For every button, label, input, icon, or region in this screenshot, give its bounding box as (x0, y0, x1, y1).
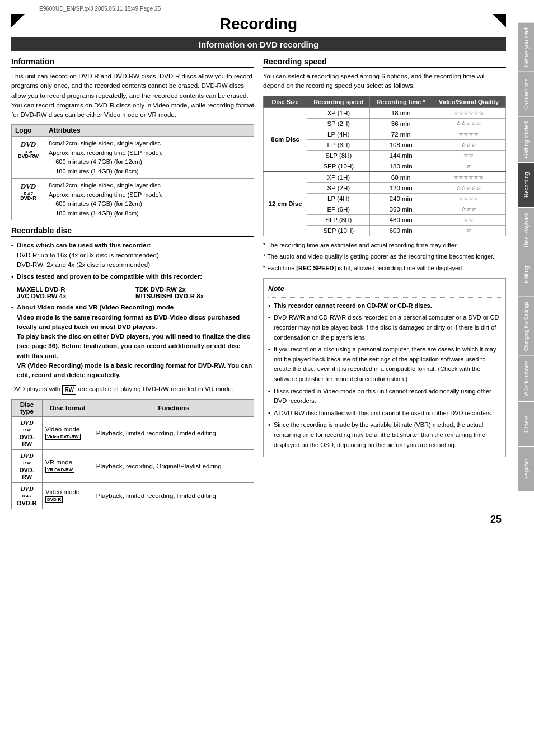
quality-ep-12cm: ☆☆☆ (432, 204, 505, 214)
disc-row-functions-2: Playback, recording, Original/Playlist e… (93, 449, 254, 482)
video-dvdr-badge: DVD-R (45, 496, 63, 503)
recordable-disc-title: Recordable disc (11, 226, 254, 237)
sidebar-tab-editing[interactable]: Editing (518, 252, 534, 297)
quality-sep-12cm: ☆ (432, 225, 505, 236)
speed-sep-12cm: SEP (10H) (307, 225, 370, 236)
disc-row-logo-dvdrw1: DVD R W DVD-RW (12, 416, 43, 449)
disc-row-logo-dvdrw2: DVD R W DVD-RW (12, 449, 43, 482)
table-row: DVD R 4.7 DVD-R 8cm/12cm, single-sided, … (12, 179, 254, 220)
right-sidebar: Before you start Connections Getting sta… (518, 22, 534, 491)
speed-table-header-speed: Recording speed (307, 96, 370, 107)
sidebar-tab-espanol[interactable]: Español (518, 446, 534, 491)
information-title: Information (11, 57, 254, 68)
time-xp-12cm: 60 min (370, 172, 432, 183)
speed-table: Disc Size Recording speed Recording time… (263, 96, 506, 236)
quality-slp-12cm: ☆☆ (432, 214, 505, 225)
speed-sp-8cm: SP (2H) (307, 118, 370, 129)
time-lp-12cm: 240 min (370, 193, 432, 204)
table-row: DVD R W DVD-RW VR mode VR DVD-RW Playbac… (12, 449, 254, 482)
quality-sep-8cm: ☆ (432, 161, 505, 172)
note-item: Since the recording is made by the varia… (268, 420, 501, 450)
left-column: Information This unit can record on DVD-… (11, 57, 254, 509)
table-row: 12 cm Disc XP (1H) 60 min ☆☆☆☆☆☆ (264, 172, 506, 183)
information-body: This unit can record on DVD-R and DVD-RW… (11, 72, 254, 120)
section-header: Information on DVD recording (11, 37, 506, 51)
table-row: 8cm Disc XP (1H) 18 min ☆☆☆☆☆☆ (264, 107, 506, 118)
quality-sp-12cm: ☆☆☆☆☆ (432, 182, 505, 193)
brand-grid: MAXELL DVD-R TDK DVD-RW 2x JVC DVD-RW 4x… (11, 286, 254, 299)
note-item: If you record on a disc using a personal… (268, 345, 501, 384)
disc-table-header-format: Disc format (43, 399, 93, 416)
speed-xp-12cm: XP (1H) (307, 172, 370, 183)
dvdr-attrs: 8cm/12cm, single-sided, single layer dis… (45, 179, 254, 220)
list-item: Discs which can be used with this record… (11, 241, 254, 270)
dvdr-logo-cell: DVD R 4.7 DVD-R (12, 179, 45, 220)
sidebar-tab-getting-started[interactable]: Getting started (518, 116, 534, 163)
page-number: 25 (11, 514, 502, 525)
footnote-3: * Each time [REC SPEED] is hit, allowed … (263, 264, 506, 273)
disc-table-header-type: Disc type (12, 399, 43, 416)
speed-table-header-size: Disc Size (264, 96, 307, 107)
quality-xp-8cm: ☆☆☆☆☆☆ (432, 107, 505, 118)
sidebar-tab-before-you-start[interactable]: Before you start (518, 22, 534, 72)
note-item: A DVD-RW disc formatted with this unit c… (268, 408, 501, 419)
page-title: Recording (220, 15, 297, 32)
disc-type-table: Disc type Disc format Functions DVD R W (11, 399, 254, 509)
sidebar-tab-connections[interactable]: Connections (518, 72, 534, 116)
speed-ep-12cm: EP (6H) (307, 204, 370, 214)
speed-ep-8cm: EP (6H) (307, 139, 370, 150)
list-item: About Video mode and VR (Video Recording… (11, 303, 254, 380)
sidebar-tab-recording[interactable]: Recording (518, 162, 534, 207)
table-row: DVD R W DVD-RW Video mode Video DVD-RW P… (12, 416, 254, 449)
brand-item: MITSUBISHI DVD-R 8x (135, 293, 254, 299)
time-ep-8cm: 108 min (370, 139, 432, 150)
time-sp-8cm: 36 min (370, 118, 432, 129)
list-item: Discs tested and proven to be compatible… (11, 272, 254, 281)
time-sp-12cm: 120 min (370, 182, 432, 193)
right-column: Recording speed You can select a recordi… (263, 57, 506, 509)
sidebar-tab-others[interactable]: Others (518, 401, 534, 446)
quality-sp-8cm: ☆☆☆☆☆ (432, 118, 505, 129)
time-ep-12cm: 360 min (370, 204, 432, 214)
logo-table-header-attrs: Attributes (45, 125, 254, 137)
vr-note-list: About Video mode and VR (Video Recording… (11, 303, 254, 380)
sidebar-tab-changing-settings[interactable]: Changing the Settings (518, 297, 534, 356)
time-xp-8cm: 18 min (370, 107, 432, 118)
file-info: E9600UD_EN/SP.qx3 2005.05.11 15:49 Page … (6, 6, 528, 12)
time-sep-12cm: 600 min (370, 225, 432, 236)
disc-row-format-vr: VR mode VR DVD-RW (43, 449, 93, 482)
disc-size-8cm: 8cm Disc (264, 107, 307, 172)
dvdrw-attrs: 8cm/12cm, single-sided, single layer dis… (45, 137, 254, 179)
quality-ep-8cm: ☆☆☆ (432, 139, 505, 150)
speed-sp-12cm: SP (2H) (307, 182, 370, 193)
disc-row-functions-1: Playback, limited recording, limited edi… (93, 416, 254, 449)
quality-lp-12cm: ☆☆☆☆ (432, 193, 505, 204)
brand-item: JVC DVD-RW 4x (17, 293, 135, 299)
disc-table-header-functions: Functions (93, 399, 254, 416)
dvdr-logo: DVD R 4.7 DVD-R (20, 181, 36, 202)
dvdrw-logo-cell: DVD R W DVD-RW (12, 137, 45, 179)
page-title-container: Recording (11, 14, 506, 34)
time-sep-8cm: 180 min (370, 161, 432, 172)
recordable-disc-list: Discs which can be used with this record… (11, 241, 254, 281)
note-list: This recorder cannot record on CD-RW or … (268, 301, 501, 450)
speed-lp-12cm: LP (4H) (307, 193, 370, 204)
footnote-2: * The audio and video quality is getting… (263, 252, 506, 261)
note-item: This recorder cannot record on CD-RW or … (268, 301, 501, 311)
speed-table-header-quality: Video/Sound Quality (432, 96, 505, 107)
speed-lp-8cm: LP (4H) (307, 129, 370, 139)
speed-table-header-time: Recording time * (370, 96, 432, 107)
speed-sep-8cm: SEP (10H) (307, 161, 370, 172)
time-slp-8cm: 144 min (370, 150, 432, 161)
table-row: DVD R 4.7 DVD-R Video mode DVD-R Playbac… (12, 482, 254, 509)
time-lp-8cm: 72 min (370, 129, 432, 139)
sidebar-tab-vcr-functions[interactable]: VCR functions (518, 356, 534, 401)
quality-slp-8cm: ☆☆ (432, 150, 505, 161)
video-dvdrw-badge: Video DVD-RW (45, 434, 81, 440)
sidebar-tab-disc-playback[interactable]: Disc Playback (518, 207, 534, 252)
time-slp-12cm: 480 min (370, 214, 432, 225)
quality-xp-12cm: ☆☆☆☆☆☆ (432, 172, 505, 183)
disc-row-format-video: Video mode Video DVD-RW (43, 416, 93, 449)
note-divider (268, 297, 501, 298)
speed-xp-8cm: XP (1H) (307, 107, 370, 118)
